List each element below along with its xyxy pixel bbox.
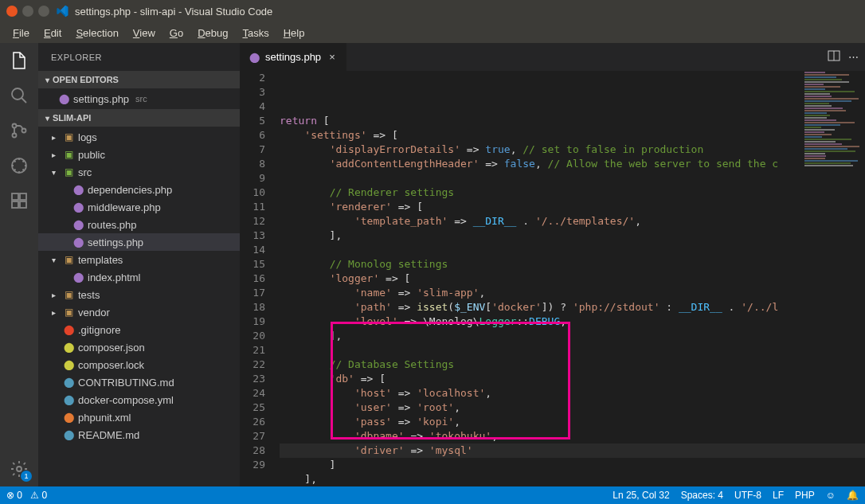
menu-debug[interactable]: Debug bbox=[191, 25, 234, 41]
chevron-icon: ▸ bbox=[48, 133, 59, 142]
svg-point-9 bbox=[17, 467, 22, 471]
folder-vendor[interactable]: ▸▣vendor bbox=[38, 303, 240, 321]
json-file-icon: ⬤ bbox=[62, 358, 75, 371]
chevron-icon: ▾ bbox=[48, 168, 59, 177]
split-editor-icon[interactable] bbox=[828, 49, 840, 64]
status-language[interactable]: PHP bbox=[795, 490, 815, 501]
chevron-icon: ▾ bbox=[48, 256, 59, 264]
tree-label: index.phtml bbox=[88, 272, 140, 283]
search-icon[interactable] bbox=[8, 84, 30, 107]
vscode-icon bbox=[56, 5, 68, 18]
file-composer.json[interactable]: ⬤composer.json bbox=[38, 338, 240, 356]
code-content[interactable]: return [ 'settings' => [ 'displayErrorDe… bbox=[280, 71, 865, 486]
php-file-icon: ⬤ bbox=[72, 271, 84, 283]
menu-file[interactable]: File bbox=[6, 25, 36, 41]
debug-icon[interactable] bbox=[8, 154, 30, 177]
file-composer.lock[interactable]: ⬤composer.lock bbox=[38, 356, 240, 373]
window-controls bbox=[6, 6, 49, 17]
menu-view[interactable]: View bbox=[127, 25, 162, 41]
yml-file-icon: ⬤ bbox=[62, 393, 75, 406]
tree-label: templates bbox=[78, 254, 123, 266]
tree-label: README.md bbox=[78, 429, 139, 441]
close-tab-icon[interactable]: × bbox=[326, 51, 339, 63]
status-spaces[interactable]: Spaces: 4 bbox=[681, 490, 723, 501]
menu-tasks[interactable]: Tasks bbox=[236, 25, 275, 41]
sidebar-title: EXPLORER bbox=[38, 43, 240, 71]
md-file-icon: ⬤ bbox=[62, 376, 75, 389]
tree-label: routes.php bbox=[88, 219, 136, 231]
minimize-window-icon[interactable] bbox=[22, 6, 33, 17]
status-eol[interactable]: LF bbox=[773, 490, 784, 501]
menu-help[interactable]: Help bbox=[277, 25, 311, 41]
folder-templates[interactable]: ▾▣templates bbox=[38, 251, 240, 268]
minimap[interactable] bbox=[801, 71, 865, 230]
folder-tests[interactable]: ▸▣tests bbox=[38, 286, 240, 303]
extensions-icon[interactable] bbox=[8, 189, 30, 212]
php-file-icon: ⬤ bbox=[72, 201, 84, 213]
statusbar: ⊗ 0 ⚠ 0 Ln 25, Col 32 Spaces: 4 UTF-8 LF… bbox=[0, 486, 865, 504]
chevron-icon: ▸ bbox=[48, 291, 59, 299]
explorer-icon[interactable] bbox=[8, 49, 30, 72]
status-warnings[interactable]: ⚠ 0 bbox=[30, 490, 47, 501]
tree-label: CONTRIBUTING.md bbox=[78, 377, 174, 389]
php-file-icon: ⬤ bbox=[57, 92, 70, 105]
tree-label: logs bbox=[78, 131, 97, 143]
status-lncol[interactable]: Ln 25, Col 32 bbox=[613, 490, 669, 501]
titlebar: settings.php - slim-api - Visual Studio … bbox=[0, 0, 865, 22]
chevron-icon: ▸ bbox=[48, 150, 59, 159]
folder-public[interactable]: ▸▣public bbox=[38, 146, 240, 163]
svg-point-3 bbox=[22, 129, 26, 133]
gutter: 2345678910111213141516171819202122232425… bbox=[240, 71, 280, 486]
close-window-icon[interactable] bbox=[6, 6, 18, 17]
editor-area: ⬤ settings.php × ⋯ 234567891011121314151… bbox=[240, 43, 865, 486]
tree-label: settings.php bbox=[88, 236, 143, 248]
file-settings.php[interactable]: ⬤settings.php bbox=[38, 233, 240, 251]
tree-label: composer.json bbox=[78, 342, 145, 354]
tree-label: public bbox=[78, 149, 105, 161]
tree-label: .gitignore bbox=[78, 324, 120, 336]
menu-go[interactable]: Go bbox=[163, 25, 190, 41]
file-README.md[interactable]: ⬤README.md bbox=[38, 426, 240, 443]
chevron-icon: ▸ bbox=[48, 308, 59, 317]
file-phpunit.xml[interactable]: ⬤phpunit.xml bbox=[38, 408, 240, 426]
open-editor-item[interactable]: ⬤ settings.php src bbox=[38, 90, 240, 107]
svg-point-1 bbox=[13, 124, 17, 128]
menu-edit[interactable]: Edit bbox=[37, 25, 68, 41]
editor[interactable]: 2345678910111213141516171819202122232425… bbox=[240, 71, 865, 486]
file-middleware.php[interactable]: ⬤middleware.php bbox=[38, 198, 240, 216]
tree-label: middleware.php bbox=[88, 201, 161, 213]
open-editors-header[interactable]: ▾OPEN EDITORS bbox=[38, 71, 240, 88]
svg-rect-5 bbox=[12, 193, 18, 200]
status-feedback-icon[interactable]: ☺ bbox=[826, 490, 836, 501]
menubar: FileEditSelectionViewGoDebugTasksHelp bbox=[0, 22, 865, 43]
settings-badge: 1 bbox=[21, 471, 32, 482]
php-file-icon: ⬤ bbox=[248, 51, 260, 64]
tab-bar: ⬤ settings.php × ⋯ bbox=[240, 43, 865, 71]
file-index.phtml[interactable]: ⬤index.phtml bbox=[38, 268, 240, 286]
folder-icon: ▣ bbox=[62, 288, 75, 301]
folder-src[interactable]: ▾▣src bbox=[38, 163, 240, 181]
file-dependencies.php[interactable]: ⬤dependencies.php bbox=[38, 181, 240, 198]
menu-selection[interactable]: Selection bbox=[69, 25, 124, 41]
svg-point-0 bbox=[12, 88, 23, 100]
status-encoding[interactable]: UTF-8 bbox=[734, 490, 761, 501]
svg-rect-8 bbox=[20, 201, 26, 208]
tab-settings-php[interactable]: ⬤ settings.php × bbox=[240, 43, 347, 71]
json-file-icon: ⬤ bbox=[62, 341, 75, 354]
md-file-icon: ⬤ bbox=[62, 428, 75, 441]
more-actions-icon[interactable]: ⋯ bbox=[848, 51, 859, 63]
tree-label: dependencies.php bbox=[88, 184, 172, 196]
status-bell-icon[interactable]: 🔔 bbox=[847, 490, 859, 501]
source-control-icon[interactable] bbox=[8, 119, 30, 142]
file-docker-compose.yml[interactable]: ⬤docker-compose.yml bbox=[38, 391, 240, 408]
project-header[interactable]: ▾SLIM-API bbox=[38, 109, 240, 127]
folder-logs[interactable]: ▸▣logs bbox=[38, 128, 240, 146]
file-CONTRIBUTING.md[interactable]: ⬤CONTRIBUTING.md bbox=[38, 373, 240, 391]
status-errors[interactable]: ⊗ 0 bbox=[6, 490, 22, 501]
git-file-icon: ⬤ bbox=[62, 323, 75, 336]
maximize-window-icon[interactable] bbox=[38, 6, 49, 17]
sidebar: EXPLORER ▾OPEN EDITORS ⬤ settings.php sr… bbox=[38, 43, 240, 486]
settings-gear-icon[interactable]: 1 bbox=[8, 458, 30, 480]
file-.gitignore[interactable]: ⬤.gitignore bbox=[38, 321, 240, 338]
file-routes.php[interactable]: ⬤routes.php bbox=[38, 216, 240, 233]
